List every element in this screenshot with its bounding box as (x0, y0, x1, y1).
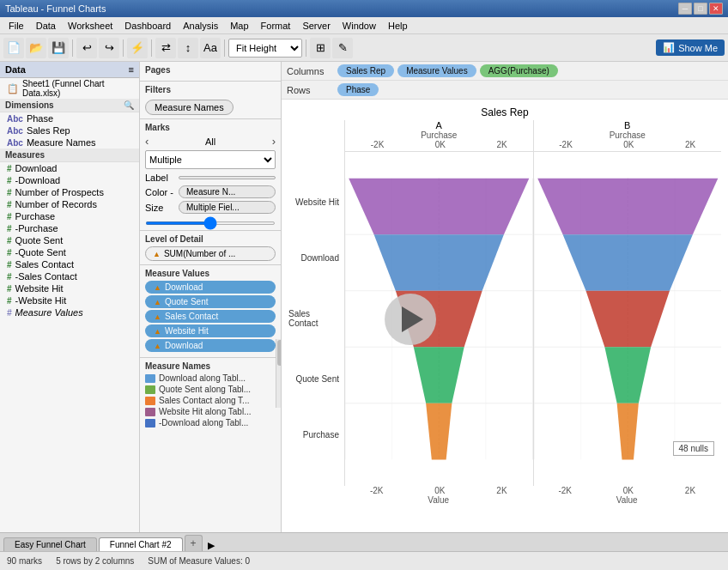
sort-button[interactable]: ↕ (178, 38, 198, 58)
tab-funnel-2[interactable]: Funnel Chart #2 (99, 537, 183, 551)
panel-b: 48 nulls (533, 151, 722, 486)
label-label: Label (145, 173, 175, 183)
measure-purchase-neg[interactable]: # -Purchase (0, 222, 139, 234)
measure-values[interactable]: # Measure Values (0, 306, 139, 318)
measure-download-neg[interactable]: # -Download (0, 174, 139, 186)
menu-map[interactable]: Map (225, 19, 253, 33)
open-button[interactable]: 📂 (26, 38, 46, 58)
mv-scrollbar[interactable] (276, 339, 282, 408)
measure-sales-contact[interactable]: # Sales Contact (0, 258, 139, 270)
marks-title: Marks (145, 123, 276, 132)
measure-download[interactable]: # Download (0, 162, 139, 174)
filters-title: Filters (145, 85, 276, 94)
dim-measure-names[interactable]: Abc Measure Names (0, 136, 139, 149)
measure-website-hit[interactable]: # Website Hit (0, 282, 139, 294)
menu-help[interactable]: Help (383, 19, 413, 33)
label-pill[interactable] (179, 176, 276, 179)
dim-phase[interactable]: Abc Phase (0, 112, 139, 124)
null-badge: 48 nulls (673, 441, 714, 456)
marks-all-label: All (205, 136, 215, 147)
mv-sales-contact[interactable]: ▲ Sales Contact (145, 310, 276, 323)
label-button[interactable]: Aa (200, 38, 221, 58)
x-axis-bottom: -2K 0K 2K Value -2K 0K 2K Value (344, 486, 721, 505)
y-label-website-hit: Website Hit (295, 197, 339, 207)
redo-button[interactable]: ↪ (99, 38, 119, 58)
mv-website-hit[interactable]: ▲ Website Hit (145, 324, 276, 337)
undo-button[interactable]: ↩ (76, 38, 97, 58)
measure-number-prospects[interactable]: # Number of Prospects (0, 186, 139, 198)
marks-label-row: Label (145, 173, 276, 183)
new-button[interactable]: 📄 (3, 38, 24, 58)
toolbar-separator-2 (123, 39, 124, 57)
mn-item-3: Website Hit along Tabl... (145, 407, 276, 416)
filters-section: Filters Measure Names (140, 82, 281, 119)
marks-type-select[interactable]: Multiple Bar Line Area (145, 150, 276, 169)
sheet-item[interactable]: 📋 Sheet1 (Funnel Chart Data.xlsx) (0, 78, 139, 99)
play-icon (402, 306, 423, 332)
panel-a-header: A Purchase (344, 120, 533, 140)
toolbar-separator-3 (151, 39, 152, 57)
measure-quote-sent[interactable]: # Quote Sent (0, 234, 139, 246)
connect-button[interactable]: ⚡ (127, 38, 148, 58)
mv-download2[interactable]: ▲ Download (145, 339, 276, 352)
shelf-sales-rep[interactable]: Sales Rep (337, 64, 394, 77)
mv-download[interactable]: ▲ Download (145, 281, 276, 294)
chart-panels: 48 nulls (344, 151, 721, 486)
dim-sales-rep[interactable]: Abc Sales Rep (0, 124, 139, 136)
menu-file[interactable]: File (3, 19, 29, 33)
fix-axis-button[interactable]: ⊞ (310, 38, 331, 58)
status-bar: 90 marks 5 rows by 2 columns SUM of Meas… (0, 551, 728, 570)
filter-measure-names[interactable]: Measure Names (145, 100, 234, 115)
play-button[interactable] (385, 294, 436, 345)
shelf-measure-values[interactable]: Measure Values (397, 64, 476, 77)
window-title: Tableau - Funnel Charts (5, 3, 106, 14)
panel-a-label: A (436, 120, 442, 130)
chart-body: Website Hit Download Sales Contact Quote… (288, 151, 721, 486)
size-slider[interactable] (145, 221, 276, 225)
marks-next-button[interactable]: › (272, 135, 276, 148)
svg-marker-27 (616, 403, 638, 460)
size-pill[interactable]: Multiple Fiel... (179, 201, 276, 214)
marks-prev-button[interactable]: ‹ (145, 135, 149, 148)
shelf-phase[interactable]: Phase (337, 83, 379, 96)
svg-marker-25 (585, 291, 669, 348)
menu-worksheet[interactable]: Worksheet (63, 19, 118, 33)
marks-size-row: Size Multiple Fiel... (145, 201, 276, 214)
measure-purchase[interactable]: # Purchase (0, 210, 139, 222)
measure-quote-sent-neg[interactable]: # -Quote Sent (0, 246, 139, 258)
menu-server[interactable]: Server (297, 19, 335, 33)
add-tab-button[interactable]: + (185, 535, 203, 551)
search-icon[interactable]: 🔍 (124, 100, 134, 110)
tooltip-button[interactable]: ✎ (332, 38, 353, 58)
lod-pill[interactable]: ▲ SUM(Number of ... (145, 246, 276, 261)
measure-number-records[interactable]: # Number of Records (0, 198, 139, 210)
save-button[interactable]: 💾 (48, 38, 69, 58)
color-pill[interactable]: Measure N... (179, 185, 276, 198)
main-layout: Data ≡ 📋 Sheet1 (Funnel Chart Data.xlsx)… (0, 62, 728, 532)
menu-format[interactable]: Format (256, 19, 296, 33)
shelf-agg-purchase[interactable]: AGG(Purchase) (480, 64, 558, 77)
measure-sales-contact-neg[interactable]: # -Sales Contact (0, 270, 139, 282)
data-panel-title: Data (5, 64, 26, 75)
svg-marker-26 (604, 347, 651, 403)
marks-color-row: Color - Measure N... (145, 185, 276, 198)
menu-dashboard[interactable]: Dashboard (119, 19, 176, 33)
triangle-icon: ▲ (153, 250, 161, 258)
tab-scroll-right[interactable]: ▶ (208, 540, 215, 551)
close-button[interactable]: ✕ (709, 3, 723, 15)
menu-window[interactable]: Window (337, 19, 381, 33)
mv-quote-sent[interactable]: ▲ Quote Sent (145, 295, 276, 308)
minimize-button[interactable]: ─ (678, 3, 692, 15)
mn-color-2 (145, 397, 155, 405)
menu-data[interactable]: Data (31, 19, 61, 33)
size-label: Size (145, 203, 175, 213)
fit-dropdown[interactable]: Fit Height Fit Width Entire View (228, 39, 302, 58)
maximize-button[interactable]: □ (694, 3, 707, 15)
mn-color-3 (145, 408, 155, 416)
show-me-button[interactable]: 📊 Show Me (656, 39, 725, 56)
menu-analysis[interactable]: Analysis (178, 19, 223, 33)
measure-website-hit-neg[interactable]: # -Website Hit (0, 294, 139, 306)
swap-button[interactable]: ⇄ (155, 38, 176, 58)
color-label: Color - (145, 187, 175, 197)
tab-easy-funnel[interactable]: Easy Funnel Chart (3, 537, 97, 551)
